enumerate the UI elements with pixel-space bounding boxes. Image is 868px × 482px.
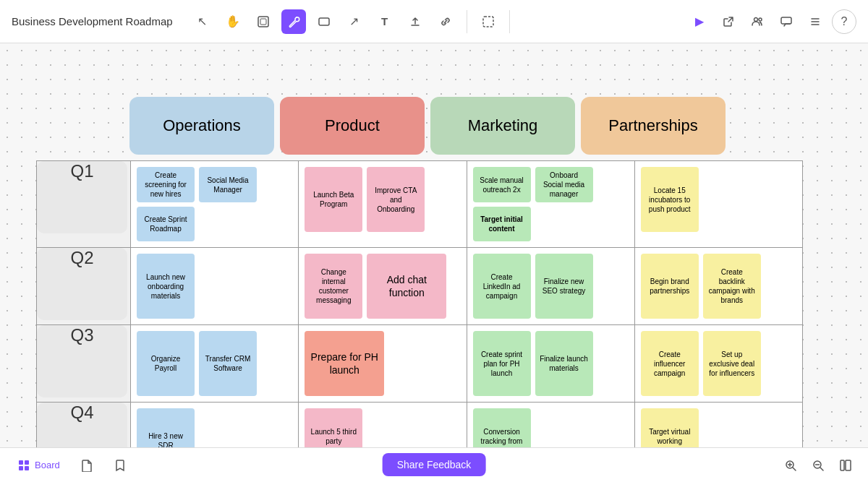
- svg-point-5: [759, 18, 762, 21]
- col-label-operations: Operations: [163, 116, 241, 135]
- col-label-product: Product: [325, 116, 380, 135]
- svg-point-4: [754, 17, 758, 21]
- zoom-in-button[interactable]: [780, 455, 801, 476]
- toolbar: Business Development Roadmap ↖ ✋ ↗ T ▶: [0, 0, 868, 43]
- note[interactable]: Set up exclusive deal for influencers: [703, 331, 761, 396]
- select-region-tool[interactable]: [476, 9, 501, 34]
- note[interactable]: Create screening for new hires: [137, 167, 195, 202]
- svg-rect-12: [19, 466, 23, 470]
- svg-rect-6: [781, 17, 791, 24]
- col-header-partnerships: Partnerships: [581, 97, 726, 155]
- note[interactable]: Create influencer campaign: [641, 331, 699, 396]
- document-title: Business Development Roadmap: [12, 15, 173, 27]
- cell-q2-marketing: Create LinkedIn ad campaign Finalize new…: [467, 248, 634, 325]
- svg-rect-13: [25, 466, 29, 470]
- zoom-controls: [780, 455, 856, 476]
- note-add-chat[interactable]: Add chat function: [367, 254, 446, 319]
- note[interactable]: Finalize launch materials: [535, 331, 593, 396]
- upload-tool[interactable]: [403, 9, 427, 34]
- col-header-operations: Operations: [129, 97, 274, 155]
- note[interactable]: Create LinkedIn ad campaign: [473, 254, 531, 319]
- svg-rect-2: [319, 18, 329, 25]
- text-tool[interactable]: T: [373, 9, 397, 34]
- note[interactable]: Locate 15 incubators to push product: [641, 167, 699, 232]
- note[interactable]: Transfer CRM Software: [199, 331, 257, 396]
- note[interactable]: Onboard Social media manager: [535, 167, 593, 202]
- rectangle-tool[interactable]: [312, 9, 336, 34]
- row-label-q3: Q3: [37, 325, 127, 397]
- note[interactable]: Begin brand partnerships: [641, 254, 699, 319]
- cell-q1-operations: Create screening for new hires Social Me…: [131, 161, 299, 248]
- bookmark-tool[interactable]: [108, 456, 132, 475]
- note-ph-launch[interactable]: Prepare for PH launch: [305, 331, 384, 396]
- svg-rect-21: [841, 460, 844, 470]
- svg-rect-0: [258, 17, 268, 27]
- note[interactable]: Organize Payroll: [137, 331, 195, 396]
- cell-q1-partnerships: Locate 15 incubators to push product: [634, 161, 802, 248]
- arrow-tool[interactable]: ↗: [342, 9, 367, 34]
- board-grid: Q1 Create screening for new hires Social…: [36, 160, 803, 480]
- board-tool[interactable]: Board: [12, 456, 66, 475]
- share-feedback-button[interactable]: Share Feedback: [383, 453, 486, 476]
- cell-q2-operations: Launch new onboarding materials: [131, 248, 299, 325]
- note[interactable]: Improve CTA and Onboarding: [367, 167, 425, 232]
- note[interactable]: Social Media Manager: [199, 167, 257, 202]
- cell-q1-product: Launch Beta Program Improve CTA and Onbo…: [299, 161, 467, 248]
- note[interactable]: Scale manual outreach 2x: [473, 167, 531, 202]
- note[interactable]: Create backlink campaign with brands: [703, 254, 761, 319]
- file-tool[interactable]: [75, 456, 99, 475]
- help-button[interactable]: ?: [832, 9, 856, 34]
- separator: [467, 10, 467, 33]
- note[interactable]: Launch new onboarding materials: [137, 254, 195, 319]
- svg-rect-3: [483, 17, 493, 27]
- col-label-marketing: Marketing: [468, 116, 538, 135]
- svg-rect-1: [260, 19, 266, 25]
- note[interactable]: Create sprint plan for PH launch: [473, 331, 531, 396]
- note[interactable]: Change internal customer messaging: [305, 254, 362, 319]
- board-wrapper: Operations Product Marketing Partnership…: [36, 94, 803, 480]
- svg-rect-10: [19, 460, 23, 465]
- row-q1: Q1 Create screening for new hires Social…: [37, 161, 803, 248]
- note[interactable]: Launch Beta Program: [305, 167, 362, 232]
- row-label-q2: Q2: [37, 248, 127, 320]
- board-label: Board: [35, 460, 60, 470]
- list-button[interactable]: [803, 9, 827, 34]
- row-q3: Q3 Organize Payroll Transfer CRM Softwar…: [37, 325, 803, 403]
- chat-button[interactable]: [774, 9, 799, 34]
- col-header-product: Product: [280, 97, 425, 155]
- separator2: [509, 10, 510, 33]
- col-label-partnerships: Partnerships: [608, 116, 698, 135]
- hand-tool[interactable]: ✋: [221, 9, 245, 34]
- row-q2: Q2 Launch new onboarding materials Chang…: [37, 248, 803, 325]
- note[interactable]: Create Sprint Roadmap: [137, 207, 195, 241]
- svg-line-19: [820, 468, 823, 470]
- cell-q3-partnerships: Create influencer campaign Set up exclus…: [634, 325, 802, 403]
- cell-q3-operations: Organize Payroll Transfer CRM Software: [131, 325, 299, 403]
- users-button[interactable]: [745, 9, 770, 34]
- frame-tool[interactable]: [251, 9, 276, 34]
- column-headers: Operations Product Marketing Partnership…: [127, 94, 803, 158]
- link-tool[interactable]: [433, 9, 458, 34]
- play-button[interactable]: ▶: [687, 9, 712, 34]
- grid-view-button[interactable]: [835, 455, 856, 476]
- zoom-out-button[interactable]: [807, 455, 829, 476]
- svg-line-15: [793, 468, 796, 470]
- cell-q2-partnerships: Begin brand partnerships Create backlink…: [634, 248, 802, 325]
- row-label-q1: Q1: [37, 161, 127, 233]
- col-header-marketing: Marketing: [430, 97, 575, 155]
- svg-rect-22: [846, 460, 851, 470]
- cell-q1-marketing: Scale manual outreach 2x Onboard Social …: [467, 161, 634, 248]
- cell-q2-product: Change internal customer messaging Add c…: [299, 248, 467, 325]
- canvas: Operations Product Marketing Partnership…: [0, 43, 868, 482]
- toolbar-right: ▶ ?: [687, 9, 856, 34]
- note[interactable]: Target initial content: [473, 207, 531, 241]
- cell-q3-product: Prepare for PH launch: [299, 325, 467, 403]
- note[interactable]: Finalize new SEO strategy: [535, 254, 593, 319]
- bottom-bar: Board Share Feedback: [0, 447, 868, 482]
- svg-rect-11: [25, 460, 29, 465]
- wrench-tool[interactable]: [281, 9, 306, 34]
- share-button[interactable]: [716, 9, 741, 34]
- cursor-tool[interactable]: ↖: [190, 9, 215, 34]
- cell-q3-marketing: Create sprint plan for PH launch Finaliz…: [467, 325, 634, 403]
